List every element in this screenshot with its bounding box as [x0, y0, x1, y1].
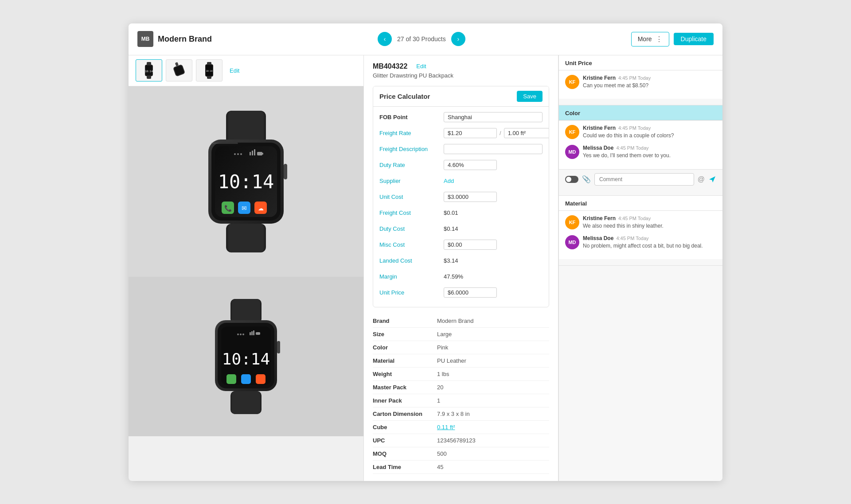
next-product-button[interactable]: ›: [451, 32, 465, 46]
secondary-product-image: 10:14: [129, 277, 363, 436]
product-edit-link[interactable]: Edit: [416, 63, 426, 70]
svg-point-45: [242, 333, 244, 335]
save-button[interactable]: Save: [517, 91, 543, 102]
misc-cost-input[interactable]: [444, 240, 497, 250]
attach-icon[interactable]: 📎: [582, 175, 591, 183]
freight-sep: /: [500, 130, 501, 136]
landed-cost-label: Landed Cost: [379, 257, 444, 264]
avatar: KF: [565, 125, 579, 139]
send-icon[interactable]: [708, 175, 716, 183]
svg-rect-52: [256, 374, 265, 384]
freight-rate-input[interactable]: [444, 128, 497, 138]
avatar: MD: [565, 235, 579, 249]
toggle-switch[interactable]: [565, 176, 578, 183]
duty-rate-label: Duty Rate: [379, 162, 444, 168]
thumbnails-edit-link[interactable]: Edit: [230, 67, 239, 74]
prev-product-button[interactable]: ‹: [378, 32, 392, 46]
unit-price-row: Unit Price: [379, 287, 543, 299]
thumbnail-3[interactable]: 10:14: [196, 59, 223, 81]
comment-content: Melissa Doe 4:45 PM Today No problem, mi…: [583, 235, 703, 250]
svg-rect-48: [253, 330, 254, 335]
mention-icon[interactable]: @: [698, 175, 705, 183]
comment-author: Kristine Fern: [583, 215, 616, 221]
inner-pack-value: 1: [437, 397, 440, 404]
comment-meta: Melissa Doe 4:45 PM Today: [583, 145, 671, 151]
carton-dimension-label: Carton Dimension: [373, 411, 437, 417]
weight-row: Weight 1 lbs: [373, 368, 549, 381]
comment-item: MD Melissa Doe 4:45 PM Today No problem,…: [565, 235, 716, 250]
comment-item: KF Kristine Fern 4:45 PM Today Could we …: [565, 125, 716, 140]
margin-row: Margin 47.59%: [379, 271, 543, 283]
freight-rate-row: Freight Rate /: [379, 127, 543, 140]
thumbnails-bar: 10:14 10:14: [129, 55, 363, 86]
duty-cost-row: Duty Cost $0.14: [379, 223, 543, 235]
comment-time: 4:45 PM Today: [616, 145, 648, 151]
comment-meta: Melissa Doe 4:45 PM Today: [583, 235, 703, 241]
freight-desc-input[interactable]: [444, 144, 543, 154]
body-layout: 10:14 10:14: [129, 55, 722, 481]
comment-time: 4:45 PM Today: [618, 125, 651, 131]
material-section: Material KF Kristine Fern 4:45 PM Today …: [559, 196, 722, 266]
svg-rect-51: [241, 374, 251, 384]
comment-meta: Kristine Fern 4:45 PM Today: [583, 125, 674, 131]
svg-rect-22: [250, 152, 251, 155]
svg-rect-54: [232, 391, 260, 414]
duty-rate-input[interactable]: [444, 160, 497, 170]
color-value: Pink: [437, 344, 448, 351]
duty-cost-value: $0.14: [444, 225, 458, 232]
comment-item: MD Melissa Doe 4:45 PM Today Yes we do, …: [565, 145, 716, 159]
lead-time-label: Lead Time: [373, 464, 437, 470]
freight-cost-label: Freight Cost: [379, 209, 444, 216]
comment-input[interactable]: [594, 173, 694, 186]
svg-rect-38: [232, 299, 260, 323]
freight-rate-label: Freight Rate: [379, 130, 444, 136]
weight-value: 1 lbs: [437, 371, 449, 377]
thumbnail-1[interactable]: 10:14: [136, 59, 162, 81]
comment-time: 4:45 PM Today: [618, 216, 651, 221]
svg-rect-4: [147, 76, 151, 79]
svg-rect-47: [251, 331, 253, 335]
lead-time-row: Lead Time 45: [373, 461, 549, 474]
misc-cost-row: Misc Cost: [379, 239, 543, 251]
unit-cost-input[interactable]: [444, 192, 497, 202]
thumbnail-2[interactable]: [166, 59, 192, 81]
duty-cost-label: Duty Cost: [379, 225, 444, 232]
freight-unit-input[interactable]: [504, 128, 549, 138]
material-section-title: Material: [559, 196, 722, 211]
comment-text: We also need this in shiny leather.: [583, 222, 664, 230]
svg-text:📞: 📞: [224, 205, 232, 212]
cube-value[interactable]: 0.11 ft²: [437, 424, 455, 430]
svg-text:10:14: 10:14: [145, 70, 153, 73]
cube-label: Cube: [373, 424, 437, 430]
master-pack-label: Master Pack: [373, 384, 437, 391]
product-name: Glitter Drawstring PU Backpack: [373, 72, 549, 79]
more-button[interactable]: More ⋮: [631, 32, 669, 47]
comment-item: KF Kristine Fern 4:45 PM Today Can you m…: [565, 75, 716, 89]
duplicate-button[interactable]: Duplicate: [674, 33, 714, 45]
comment-author: Kristine Fern: [583, 125, 616, 131]
unit-price-comment-list: KF Kristine Fern 4:45 PM Today Can you m…: [559, 70, 722, 99]
brand-area: MB Modern Brand: [137, 31, 212, 47]
svg-point-43: [237, 333, 239, 335]
svg-point-20: [237, 153, 239, 155]
freight-rate-group: /: [444, 128, 549, 138]
svg-text:☁: ☁: [258, 205, 264, 212]
fob-point-input[interactable]: [444, 112, 543, 122]
freight-desc-label: Freight Description: [379, 146, 444, 152]
product-details-table: Brand Modern Brand Size Large Color Pink…: [373, 314, 549, 474]
svg-text:10:14: 10:14: [222, 350, 270, 368]
supplier-add-link[interactable]: Add: [444, 178, 454, 184]
comment-text: Can you meet me at $8.50?: [583, 82, 651, 89]
brand-logo: MB: [137, 31, 153, 47]
inner-pack-row: Inner Pack 1: [373, 394, 549, 407]
fob-point-row: FOB Point: [379, 111, 543, 124]
svg-rect-49: [256, 332, 260, 335]
svg-point-44: [240, 333, 242, 335]
svg-rect-12: [207, 76, 211, 79]
moq-row: MOQ 500: [373, 447, 549, 461]
svg-rect-36: [211, 143, 238, 144]
unit-price-input[interactable]: [444, 287, 497, 298]
comment-time: 4:45 PM Today: [618, 75, 651, 81]
svg-text:✉: ✉: [242, 205, 247, 212]
margin-label: Margin: [379, 273, 444, 280]
